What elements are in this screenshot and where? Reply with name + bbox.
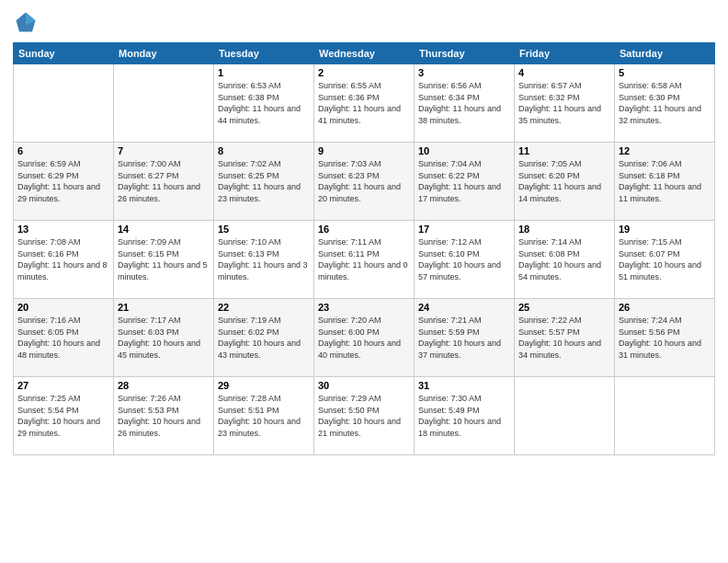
- calendar-week-row: 1Sunrise: 6:53 AM Sunset: 6:38 PM Daylig…: [14, 64, 715, 143]
- calendar-cell: 16Sunrise: 7:11 AM Sunset: 6:11 PM Dayli…: [314, 221, 415, 299]
- calendar-cell: 30Sunrise: 7:29 AM Sunset: 5:50 PM Dayli…: [314, 377, 415, 455]
- calendar-cell: 20Sunrise: 7:16 AM Sunset: 6:05 PM Dayli…: [14, 299, 114, 377]
- calendar-cell: 1Sunrise: 6:53 AM Sunset: 6:38 PM Daylig…: [214, 64, 314, 143]
- day-number: 27: [17, 380, 109, 391]
- day-number: 7: [118, 145, 210, 156]
- calendar-header-sunday: Sunday: [14, 43, 114, 64]
- logo: [13, 9, 42, 35]
- day-info: Sunrise: 6:55 AM Sunset: 6:36 PM Dayligh…: [318, 80, 410, 126]
- day-info: Sunrise: 7:15 AM Sunset: 6:07 PM Dayligh…: [619, 236, 711, 282]
- day-info: Sunrise: 7:02 AM Sunset: 6:25 PM Dayligh…: [218, 158, 310, 204]
- day-number: 13: [17, 224, 109, 235]
- day-info: Sunrise: 7:21 AM Sunset: 5:59 PM Dayligh…: [418, 315, 510, 361]
- calendar-cell: 23Sunrise: 7:20 AM Sunset: 6:00 PM Dayli…: [314, 299, 415, 377]
- day-number: 12: [619, 145, 711, 156]
- day-info: Sunrise: 7:28 AM Sunset: 5:51 PM Dayligh…: [218, 393, 310, 439]
- day-number: 16: [318, 224, 410, 235]
- day-info: Sunrise: 7:16 AM Sunset: 6:05 PM Dayligh…: [17, 315, 109, 361]
- calendar-week-row: 20Sunrise: 7:16 AM Sunset: 6:05 PM Dayli…: [14, 299, 715, 377]
- day-number: 25: [518, 302, 610, 313]
- day-info: Sunrise: 7:14 AM Sunset: 6:08 PM Dayligh…: [518, 236, 610, 282]
- day-info: Sunrise: 7:20 AM Sunset: 6:00 PM Dayligh…: [318, 315, 410, 361]
- day-info: Sunrise: 7:22 AM Sunset: 5:57 PM Dayligh…: [518, 315, 610, 361]
- day-info: Sunrise: 6:57 AM Sunset: 6:32 PM Dayligh…: [518, 80, 610, 126]
- calendar-cell: 4Sunrise: 6:57 AM Sunset: 6:32 PM Daylig…: [515, 64, 615, 143]
- day-info: Sunrise: 7:04 AM Sunset: 6:22 PM Dayligh…: [418, 158, 510, 204]
- day-info: Sunrise: 7:24 AM Sunset: 5:56 PM Dayligh…: [619, 315, 711, 361]
- calendar-cell: 5Sunrise: 6:58 AM Sunset: 6:30 PM Daylig…: [615, 64, 715, 143]
- calendar-cell: 29Sunrise: 7:28 AM Sunset: 5:51 PM Dayli…: [214, 377, 314, 455]
- calendar-cell: 21Sunrise: 7:17 AM Sunset: 6:03 PM Dayli…: [114, 299, 214, 377]
- calendar-cell: [515, 377, 615, 455]
- calendar-cell: 12Sunrise: 7:06 AM Sunset: 6:18 PM Dayli…: [615, 143, 715, 221]
- day-number: 23: [318, 302, 410, 313]
- calendar-cell: 14Sunrise: 7:09 AM Sunset: 6:15 PM Dayli…: [114, 221, 214, 299]
- day-number: 2: [318, 67, 410, 78]
- day-info: Sunrise: 7:19 AM Sunset: 6:02 PM Dayligh…: [218, 315, 310, 361]
- calendar-cell: [14, 64, 114, 143]
- day-number: 9: [318, 145, 410, 156]
- header: [13, 9, 715, 35]
- day-number: 21: [118, 302, 210, 313]
- calendar-header-monday: Monday: [114, 43, 214, 64]
- page-container: SundayMondayTuesdayWednesdayThursdayFrid…: [0, 0, 728, 463]
- calendar-cell: 8Sunrise: 7:02 AM Sunset: 6:25 PM Daylig…: [214, 143, 314, 221]
- day-info: Sunrise: 7:06 AM Sunset: 6:18 PM Dayligh…: [619, 158, 711, 204]
- day-number: 22: [218, 302, 310, 313]
- day-number: 19: [619, 224, 711, 235]
- day-info: Sunrise: 7:08 AM Sunset: 6:16 PM Dayligh…: [17, 236, 109, 282]
- calendar-header-friday: Friday: [515, 43, 615, 64]
- day-number: 28: [118, 380, 210, 391]
- calendar-cell: 28Sunrise: 7:26 AM Sunset: 5:53 PM Dayli…: [114, 377, 214, 455]
- calendar-cell: [615, 377, 715, 455]
- calendar-cell: 7Sunrise: 7:00 AM Sunset: 6:27 PM Daylig…: [114, 143, 214, 221]
- day-number: 8: [218, 145, 310, 156]
- calendar-week-row: 13Sunrise: 7:08 AM Sunset: 6:16 PM Dayli…: [14, 221, 715, 299]
- calendar-header-wednesday: Wednesday: [314, 43, 415, 64]
- day-number: 18: [518, 224, 610, 235]
- day-number: 17: [418, 224, 510, 235]
- calendar-cell: 25Sunrise: 7:22 AM Sunset: 5:57 PM Dayli…: [515, 299, 615, 377]
- day-info: Sunrise: 7:05 AM Sunset: 6:20 PM Dayligh…: [518, 158, 610, 204]
- day-number: 5: [619, 67, 711, 78]
- calendar-cell: 18Sunrise: 7:14 AM Sunset: 6:08 PM Dayli…: [515, 221, 615, 299]
- day-info: Sunrise: 6:59 AM Sunset: 6:29 PM Dayligh…: [17, 158, 109, 204]
- logo-icon: [13, 9, 39, 35]
- calendar-cell: 24Sunrise: 7:21 AM Sunset: 5:59 PM Dayli…: [415, 299, 515, 377]
- day-number: 29: [218, 380, 310, 391]
- day-info: Sunrise: 7:17 AM Sunset: 6:03 PM Dayligh…: [118, 315, 210, 361]
- calendar-cell: 3Sunrise: 6:56 AM Sunset: 6:34 PM Daylig…: [415, 64, 515, 143]
- day-info: Sunrise: 6:53 AM Sunset: 6:38 PM Dayligh…: [218, 80, 310, 126]
- day-info: Sunrise: 7:09 AM Sunset: 6:15 PM Dayligh…: [118, 236, 210, 282]
- calendar-header-tuesday: Tuesday: [214, 43, 314, 64]
- day-info: Sunrise: 6:56 AM Sunset: 6:34 PM Dayligh…: [418, 80, 510, 126]
- day-number: 11: [518, 145, 610, 156]
- day-number: 31: [418, 380, 510, 391]
- calendar-week-row: 6Sunrise: 6:59 AM Sunset: 6:29 PM Daylig…: [14, 143, 715, 221]
- day-info: Sunrise: 7:26 AM Sunset: 5:53 PM Dayligh…: [118, 393, 210, 439]
- calendar-header-thursday: Thursday: [415, 43, 515, 64]
- day-info: Sunrise: 7:30 AM Sunset: 5:49 PM Dayligh…: [418, 393, 510, 439]
- day-number: 3: [418, 67, 510, 78]
- calendar-cell: 10Sunrise: 7:04 AM Sunset: 6:22 PM Dayli…: [415, 143, 515, 221]
- day-number: 14: [118, 224, 210, 235]
- day-info: Sunrise: 7:25 AM Sunset: 5:54 PM Dayligh…: [17, 393, 109, 439]
- calendar-cell: 22Sunrise: 7:19 AM Sunset: 6:02 PM Dayli…: [214, 299, 314, 377]
- day-number: 15: [218, 224, 310, 235]
- calendar-week-row: 27Sunrise: 7:25 AM Sunset: 5:54 PM Dayli…: [14, 377, 715, 455]
- calendar-header-saturday: Saturday: [615, 43, 715, 64]
- day-number: 10: [418, 145, 510, 156]
- calendar-cell: 13Sunrise: 7:08 AM Sunset: 6:16 PM Dayli…: [14, 221, 114, 299]
- day-info: Sunrise: 7:00 AM Sunset: 6:27 PM Dayligh…: [118, 158, 210, 204]
- calendar-cell: 2Sunrise: 6:55 AM Sunset: 6:36 PM Daylig…: [314, 64, 415, 143]
- calendar-table: SundayMondayTuesdayWednesdayThursdayFrid…: [13, 42, 715, 455]
- day-number: 20: [17, 302, 109, 313]
- calendar-cell: 31Sunrise: 7:30 AM Sunset: 5:49 PM Dayli…: [415, 377, 515, 455]
- day-info: Sunrise: 7:12 AM Sunset: 6:10 PM Dayligh…: [418, 236, 510, 282]
- day-info: Sunrise: 7:11 AM Sunset: 6:11 PM Dayligh…: [318, 236, 410, 282]
- day-number: 24: [418, 302, 510, 313]
- calendar-cell: 27Sunrise: 7:25 AM Sunset: 5:54 PM Dayli…: [14, 377, 114, 455]
- day-number: 1: [218, 67, 310, 78]
- calendar-header-row: SundayMondayTuesdayWednesdayThursdayFrid…: [14, 43, 715, 64]
- day-info: Sunrise: 7:03 AM Sunset: 6:23 PM Dayligh…: [318, 158, 410, 204]
